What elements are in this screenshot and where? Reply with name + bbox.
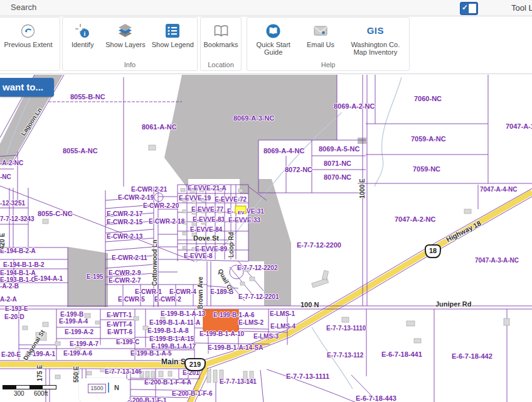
button-label: Previous Extent — [4, 41, 52, 48]
quick-start-guide-button[interactable]: Quick Start Guide — [250, 23, 297, 56]
gis-icon: GIS — [367, 23, 384, 38]
button-label: Washington Co. Map Inventory — [344, 41, 407, 56]
toolbar-group-info: i Identify Show Layers — [62, 17, 198, 71]
main-toolbar: Previous Extent i — [0, 16, 532, 73]
bookmarks-icon — [214, 23, 228, 38]
email-icon — [314, 23, 327, 38]
button-label: Quick Start Guide — [250, 41, 297, 56]
identify-button[interactable]: i Identify — [63, 23, 102, 48]
button-label: Identify — [72, 41, 93, 48]
toggle-knob — [468, 3, 477, 14]
button-label: Show Layers — [105, 41, 146, 48]
button-label: Email Us — [307, 41, 334, 48]
tool-labels-label: Tool La — [511, 3, 532, 13]
scale-end-label: 600ft — [34, 390, 48, 397]
route-shield-18: 18 — [425, 244, 441, 258]
text-cursor — [108, 383, 109, 393]
previous-extent-icon — [21, 23, 35, 38]
checkmark-icon: ✓ — [462, 3, 468, 12]
north-label: N — [114, 384, 119, 391]
top-menu-bar: Search ✓ Tool La — [0, 0, 532, 16]
bookmarks-button[interactable]: Bookmarks — [203, 23, 238, 48]
map-canvas[interactable]: 8055-B-NC8061-A-NC8069-A-3-NC8069-A-2-NC… — [0, 73, 532, 402]
button-label: Bookmarks — [203, 41, 238, 48]
toolbar-group-label: Location — [201, 61, 241, 68]
route-shield-219: 219 — [184, 358, 206, 371]
toolbar-group-label: Help — [247, 61, 409, 68]
quick-start-icon — [266, 23, 280, 38]
highlighted-parcel-yellow[interactable] — [235, 206, 246, 214]
map-inventory-button[interactable]: GIS Washington Co. Map Inventory — [344, 23, 407, 56]
gis-map-application: Search ✓ Tool La Previous Extent — [0, 0, 532, 402]
tool-labels-toggle[interactable]: ✓ — [460, 2, 478, 15]
identify-icon: i — [75, 23, 90, 38]
toolbar-group-location: Bookmarks Location — [200, 17, 242, 71]
email-us-button[interactable]: Email Us — [302, 23, 339, 48]
scale-bar-segments — [3, 385, 56, 389]
i-want-to-button[interactable]: want to... — [0, 78, 54, 97]
button-label: Show Legend — [152, 41, 194, 48]
show-layers-button[interactable]: Show Layers — [103, 23, 148, 48]
map-inset: 1500 N — [79, 378, 129, 402]
layers-icon — [118, 23, 132, 38]
legend-icon — [166, 23, 179, 38]
toolbar-group-help: Quick Start Guide Email Us GIS Washingto… — [247, 17, 410, 71]
svg-text:i: i — [84, 30, 86, 36]
show-legend-button[interactable]: Show Legend — [149, 23, 196, 48]
toolbar-group-label: Info — [63, 61, 197, 68]
selected-parcel-orange[interactable] — [203, 310, 238, 332]
scale-bar: 300 600ft — [3, 385, 65, 397]
grid-tag: 1500 — [88, 384, 106, 393]
toolbar-group-navigation: Previous Extent — [0, 17, 60, 71]
search-menu[interactable]: Search — [11, 3, 36, 12]
map-drawing — [0, 74, 532, 402]
scale-mid-label: 300 — [14, 390, 24, 397]
previous-extent-button[interactable]: Previous Extent — [4, 23, 52, 48]
